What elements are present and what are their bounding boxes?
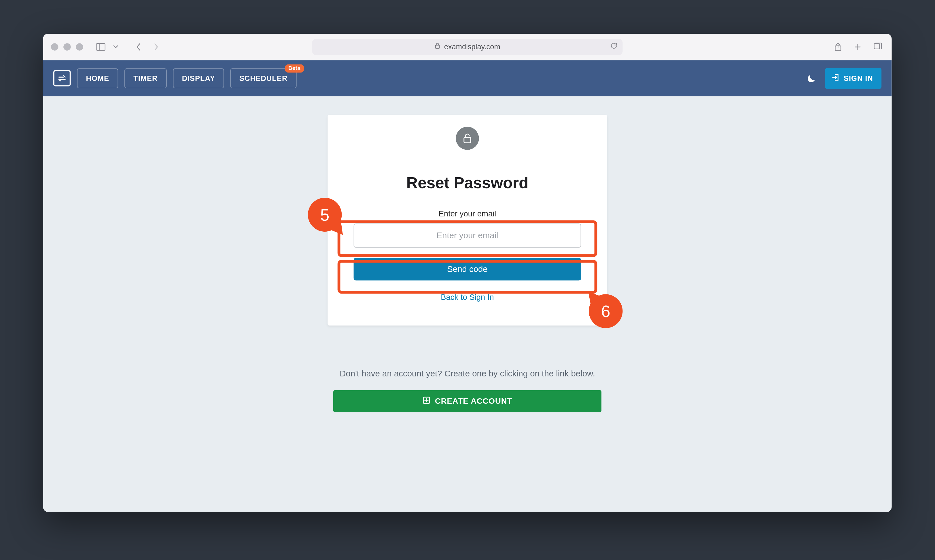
card-title: Reset Password (354, 174, 581, 192)
email-field-label: Enter your email (354, 209, 581, 218)
new-tab-icon[interactable] (852, 41, 864, 53)
app-logo-icon[interactable] (53, 70, 71, 87)
create-account-prompt: Don't have an account yet? Create one by… (312, 369, 623, 378)
url-bar[interactable]: examdisplay.com (312, 39, 623, 55)
reload-icon[interactable] (610, 42, 617, 52)
app-body: Reset Password Enter your email Send cod… (43, 96, 892, 512)
nav-back-icon[interactable] (133, 41, 145, 53)
signin-button[interactable]: SIGN IN (825, 68, 882, 89)
window-controls (51, 43, 83, 50)
lock-icon (435, 43, 440, 51)
browser-titlebar: examdisplay.com (43, 34, 892, 60)
nav-forward-icon[interactable] (150, 41, 162, 53)
plus-box-icon (423, 396, 430, 406)
back-to-signin-link[interactable]: Back to Sign In (441, 293, 494, 302)
svg-rect-5 (464, 138, 471, 143)
svg-rect-0 (97, 43, 105, 51)
zoom-window-dot[interactable] (76, 43, 83, 50)
nav-timer[interactable]: TIMER (125, 68, 167, 89)
reset-password-card: Reset Password Enter your email Send cod… (328, 115, 607, 326)
nav-scheduler-label: SCHEDULER (239, 74, 287, 82)
dark-mode-toggle-icon[interactable] (805, 71, 819, 85)
signin-icon (832, 73, 840, 83)
minimize-window-dot[interactable] (64, 43, 71, 50)
create-account-label: CREATE ACCOUNT (435, 397, 512, 406)
svg-rect-2 (435, 45, 440, 49)
create-account-button[interactable]: CREATE ACCOUNT (333, 390, 602, 412)
tab-overview-icon[interactable] (871, 41, 884, 53)
close-window-dot[interactable] (51, 43, 58, 50)
sidebar-toggle-icon[interactable] (94, 41, 107, 53)
nav-scheduler[interactable]: SCHEDULER Beta (230, 68, 297, 89)
share-icon[interactable] (832, 41, 844, 53)
send-code-button[interactable]: Send code (354, 258, 581, 281)
browser-window: examdisplay.com (43, 34, 892, 512)
nav-home[interactable]: HOME (77, 68, 119, 89)
signin-label: SIGN IN (844, 74, 873, 83)
nav-display[interactable]: DISPLAY (173, 68, 224, 89)
svg-rect-4 (874, 43, 880, 49)
url-host: examdisplay.com (444, 43, 500, 51)
lock-circle-icon (456, 127, 479, 150)
email-input[interactable] (354, 224, 581, 248)
beta-badge: Beta (285, 65, 304, 72)
app-header: HOME TIMER DISPLAY SCHEDULER Beta SIG (43, 60, 892, 96)
chevron-down-icon[interactable] (112, 41, 119, 53)
